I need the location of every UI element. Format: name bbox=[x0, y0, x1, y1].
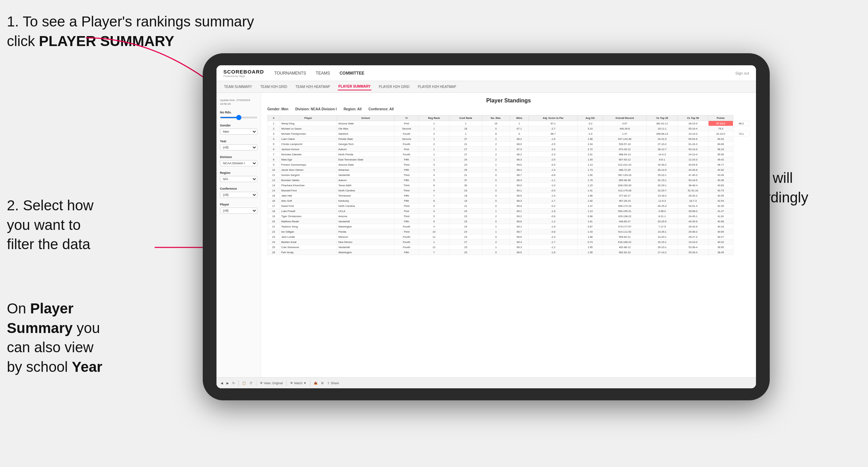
top-nav: SCOREBOARD Powered by clippi TOURNAMENTS… bbox=[216, 65, 756, 81]
year-select[interactable]: (All) bbox=[220, 144, 257, 151]
col-rank: # bbox=[268, 115, 280, 121]
sign-out-link[interactable]: Sign out bbox=[735, 71, 749, 75]
instruction-4-bold2: Summary bbox=[7, 320, 73, 336]
division-label: Division bbox=[220, 155, 257, 159]
table-row: 25Cole SherwoodVanderbiltFourth1223168.3… bbox=[268, 245, 750, 250]
toolbar-share[interactable]: ⇧ Share bbox=[327, 381, 339, 385]
division-select[interactable]: NCAA Division I bbox=[220, 160, 257, 166]
table-row: 9Preston SummerhaysArizona StateThird324… bbox=[268, 162, 750, 167]
filter-region: Region: All bbox=[344, 107, 361, 111]
table-row: 14Maxwell FordNorth CarolinaThird423069.… bbox=[268, 188, 750, 193]
nav-right: Sign out bbox=[735, 71, 749, 75]
col-yr: Yr bbox=[394, 115, 419, 121]
instruction-2-line3: filter the data bbox=[7, 236, 90, 252]
no-rds-label: No Rds. bbox=[220, 111, 257, 114]
instruction-2-line2: you want to bbox=[7, 217, 81, 233]
table-row: 15Jake HallTennesseeFifth718068.5-1.51.6… bbox=[268, 193, 750, 198]
col-no-rds: No. Rds. bbox=[482, 115, 510, 121]
nav-links: TOURNAMENTS TEAMS COMMITTEE bbox=[274, 69, 364, 77]
table-row: 23Jack LundinMissouriFourth1124068.6-2.3… bbox=[268, 234, 750, 240]
toolbar-refresh[interactable]: ↻ bbox=[232, 381, 235, 385]
no-rds-slider[interactable] bbox=[220, 117, 257, 118]
instruction-4-bold1: Player bbox=[30, 300, 74, 316]
toolbar-forward[interactable]: ▶ bbox=[226, 381, 229, 385]
tablet-device: SCOREBOARD Powered by clippi TOURNAMENTS… bbox=[203, 53, 770, 400]
toolbar-sep3 bbox=[286, 380, 287, 386]
sidebar-player: Player (All) bbox=[220, 203, 257, 214]
nav-tournaments[interactable]: TOURNAMENTS bbox=[274, 69, 306, 77]
col-top25: Vs Top 25 bbox=[647, 115, 678, 121]
col-points: Points bbox=[709, 115, 733, 121]
instruction-4-bold3: Year bbox=[72, 359, 102, 375]
update-time-label: Update time: bbox=[220, 99, 235, 102]
toolbar-view[interactable]: 👁 View: Original bbox=[260, 381, 283, 385]
player-select[interactable]: (All) bbox=[220, 208, 257, 214]
subnav-team-summary[interactable]: TEAM SUMMARY bbox=[223, 84, 253, 90]
toolbar-clock[interactable]: ⏱ bbox=[249, 381, 253, 385]
col-school: School bbox=[337, 115, 394, 121]
table-row: 26Petr HrubyWashingtonFifth725068.6-1.81… bbox=[268, 250, 750, 255]
subnav-player-h2h-heatmap[interactable]: PLAYER H2H HEATMAP bbox=[417, 84, 457, 90]
conference-select[interactable]: (All) bbox=[220, 192, 257, 198]
toolbar-settings[interactable]: ⚙ bbox=[321, 381, 324, 385]
toolbar-copy[interactable]: 📋 bbox=[242, 381, 246, 385]
sidebar-gender: Gender Men bbox=[220, 124, 257, 135]
filter-gender: Gender: Men bbox=[267, 107, 288, 111]
year-label: Year bbox=[220, 140, 257, 143]
table-row: 6Jackson KoivunAuburnFirst127167.3-2.02.… bbox=[268, 147, 750, 152]
region-label: Region bbox=[220, 171, 257, 175]
col-reg-rank: Reg Rank bbox=[419, 115, 449, 121]
subnav-player-h2h-grid[interactable]: PLAYER H2H GRID bbox=[378, 84, 410, 90]
content-panel: Player Standings Gender: Men Division: N… bbox=[261, 93, 756, 377]
col-conf-rank: Conf Rank bbox=[449, 115, 482, 121]
table-row: 11Gordon SargentVanderbiltThird421068.7-… bbox=[268, 173, 750, 178]
table-row: 22Ian GilliganFloridaThird1024168.7-0.81… bbox=[268, 229, 750, 234]
table-row: 12Brendan ValdesAuburnFifth537068.4-1.11… bbox=[268, 178, 750, 183]
table-row: 20Matthew RiedelVanderbiltFifth923068.8-… bbox=[268, 219, 750, 224]
table-header-row: # Player School Yr Reg Rank Conf Rank No… bbox=[268, 115, 750, 121]
logo-area: SCOREBOARD Powered by clippi bbox=[223, 69, 264, 78]
panel-title: Player Standings bbox=[267, 98, 750, 104]
col-avg-sg: Avg SG bbox=[578, 115, 603, 121]
instruction-4-line4: by school bbox=[7, 359, 72, 375]
col-top50: Vs Top 50 bbox=[678, 115, 709, 121]
region-select[interactable]: N/A bbox=[220, 176, 257, 182]
table-row: 13Phachara KhonchanTexas A&MThird630169.… bbox=[268, 183, 750, 188]
gender-select[interactable]: Men bbox=[220, 129, 257, 135]
instruction-2-line1: 2. Select how bbox=[7, 197, 93, 213]
subnav-team-h2h-grid[interactable]: TEAM H2H GRID bbox=[260, 84, 288, 90]
sub-nav: TEAM SUMMARY TEAM H2H GRID TEAM H2H HEAT… bbox=[216, 81, 756, 93]
subnav-team-h2h-heatmap[interactable]: TEAM H2H HEATMAP bbox=[295, 84, 331, 90]
table-row: 2Michael Le SassoOle MissSecond118067.1-… bbox=[268, 126, 750, 131]
conference-label: Conference bbox=[220, 187, 257, 190]
logo-text: SCOREBOARD bbox=[223, 69, 264, 75]
table-row: 5Christo LamprechtGeorgia TechFourth2212… bbox=[268, 142, 750, 147]
sidebar-division: Division NCAA Division I bbox=[220, 155, 257, 166]
table-row: 4Luke ClatonFlorida StateSecond127268.2-… bbox=[268, 136, 750, 142]
gender-label: Gender bbox=[220, 124, 257, 127]
sidebar: Update time: 27/03/2024 16:56:26 No Rds.… bbox=[216, 93, 261, 377]
toolbar-export[interactable]: 📥 bbox=[314, 381, 318, 385]
toolbar-sep1 bbox=[238, 380, 239, 386]
instruction-1: 1. To see a Player's rankings summary cl… bbox=[7, 12, 268, 51]
col-adj-score: Adj. Score to Par bbox=[529, 115, 578, 121]
toolbar-sep2 bbox=[256, 380, 256, 386]
col-player: Player bbox=[280, 115, 337, 121]
table-row: 24Bastien AmatNew MexicoFourth127269.4-1… bbox=[268, 240, 750, 245]
table-row: 1Wenyi DingArizona StateFirst1115167.1-3… bbox=[268, 121, 750, 126]
main-content: Update time: 27/03/2024 16:56:26 No Rds.… bbox=[216, 93, 756, 377]
table-row: 17David FordNorth CarolinaThird421069.0-… bbox=[268, 203, 750, 209]
nav-committee[interactable]: COMMITTEE bbox=[340, 69, 364, 77]
instruction-4-pre: On bbox=[7, 300, 30, 316]
table-row: 18Luke PowellUCLAFirst424169.1-1.81.1350… bbox=[268, 209, 750, 214]
instruction-4-line3: can also view bbox=[7, 339, 93, 355]
col-wins: Wins bbox=[510, 115, 529, 121]
instruction-4: On Player Summary you can also view by s… bbox=[7, 299, 162, 377]
sidebar-update-time: Update time: 27/03/2024 16:56:26 bbox=[220, 98, 257, 106]
filter-conference: Conference: All bbox=[368, 107, 394, 111]
toolbar-back[interactable]: ◀ bbox=[221, 381, 223, 385]
toolbar-sep4 bbox=[310, 380, 310, 386]
subnav-player-summary[interactable]: PLAYER SUMMARY bbox=[338, 83, 371, 90]
toolbar-watch[interactable]: 👁 Watch ▼ bbox=[290, 381, 307, 385]
nav-teams[interactable]: TEAMS bbox=[316, 69, 330, 77]
